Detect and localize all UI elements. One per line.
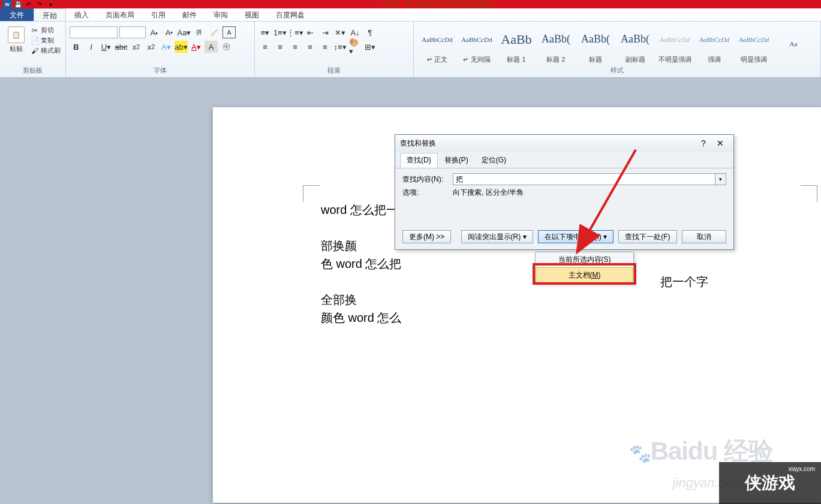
tab-mailings[interactable]: 邮件 (174, 8, 205, 21)
tab-view[interactable]: 视图 (236, 8, 267, 21)
grow-font-button[interactable]: A▴ (148, 26, 161, 38)
dialog-buttons: 更多(M) >> 阅读突出显示(R) ▾ 在以下项中查找(I) ▾ 查找下一处(… (402, 199, 726, 243)
line-spacing-button[interactable]: ↕≡▾ (333, 41, 347, 53)
justify-button[interactable]: ≡ (303, 41, 317, 53)
watermark-baidu-text: Baidu 经验 (651, 437, 773, 465)
shading-button[interactable]: 🎨▾ (348, 41, 362, 53)
fmtpainter-label: 格式刷 (41, 46, 61, 55)
style-preview: AaBbCcDd (699, 23, 729, 55)
style-item[interactable]: AaBbCcDd明显强调 (734, 23, 774, 65)
superscript-button[interactable]: x2 (145, 41, 158, 53)
paste-button[interactable]: 📋 粘贴 (4, 23, 29, 53)
font-color-button[interactable]: A▾ (190, 41, 203, 53)
font-family-select[interactable] (70, 26, 118, 38)
cut-label: 剪切 (41, 26, 54, 35)
cancel-button[interactable]: 取消 (682, 230, 726, 243)
asian-layout-button[interactable]: ✕▾ (333, 26, 347, 38)
subscript-button[interactable]: x2 (130, 41, 143, 53)
margin-corner-tl (303, 185, 320, 202)
tab-goto[interactable]: 定位(G) (475, 153, 513, 168)
find-history-dropdown[interactable]: ▾ (715, 173, 726, 185)
group-clipboard-label: 剪贴板 (4, 66, 62, 76)
tab-references[interactable]: 引用 (143, 8, 174, 21)
style-name: ↵ 正文 (427, 55, 447, 64)
style-preview: AaBb( (542, 23, 570, 55)
font-size-select[interactable] (119, 26, 146, 38)
highlight-button[interactable]: ab▾ (175, 41, 188, 53)
style-item[interactable]: AaBb(标题 (576, 23, 615, 65)
style-item[interactable]: Aa (774, 23, 813, 65)
find-in-button[interactable]: 在以下项中查找(I) ▾ (538, 230, 614, 243)
phonetic-button[interactable]: 拼 (193, 26, 206, 38)
find-input[interactable] (453, 173, 715, 185)
bullets-button[interactable]: ≡▾ (258, 26, 272, 38)
italic-button[interactable]: I (85, 41, 98, 53)
char-shading-button[interactable]: A (205, 41, 218, 53)
borders-button[interactable]: ⊞▾ (363, 41, 377, 53)
numbering-button[interactable]: 1≡▾ (273, 26, 287, 38)
enclose-char-button[interactable]: ㊥ (219, 41, 233, 53)
reading-highlight-button[interactable]: 阅读突出显示(R) ▾ (461, 230, 533, 243)
find-in-dropdown: 当前所选内容(S) 主文档(M) (535, 252, 634, 284)
more-button[interactable]: 更多(M) >> (402, 230, 451, 243)
menu-main-document[interactable]: 主文档(M) (536, 267, 633, 283)
show-marks-button[interactable]: ¶ (363, 26, 377, 38)
style-item[interactable]: AaBbCcDd↵ 正文 (417, 23, 457, 65)
style-preview: Aa (790, 23, 798, 64)
align-center-button[interactable]: ≡ (273, 41, 287, 53)
bold-button[interactable]: B (70, 41, 83, 53)
change-case-button[interactable]: Aa▾ (178, 26, 191, 38)
tab-file[interactable]: 文件 (0, 8, 34, 21)
style-item[interactable]: AaBbCcDd不明显强调 (655, 23, 694, 65)
shrink-font-button[interactable]: A▾ (163, 26, 176, 38)
tab-review[interactable]: 审阅 (205, 8, 236, 21)
copy-button[interactable]: 📄复制 (29, 35, 62, 46)
style-item[interactable]: AaBbCcDd强调 (694, 23, 734, 65)
menu-current-selection[interactable]: 当前所选内容(S) (536, 252, 633, 267)
close-button[interactable]: ✕ (712, 138, 729, 148)
dec-indent-button[interactable]: ⇤ (303, 26, 317, 38)
undo-icon[interactable]: ↶ (24, 0, 34, 8)
brush-icon: 🖌 (30, 47, 40, 55)
align-right-button[interactable]: ≡ (288, 41, 302, 53)
menu-main-doc-text: 主文档(M) (569, 271, 601, 279)
format-painter-button[interactable]: 🖌格式刷 (29, 46, 62, 56)
tab-home[interactable]: 开始 (34, 8, 66, 21)
tab-find[interactable]: 查找(D) (400, 153, 438, 168)
char-border-button[interactable]: A (222, 26, 236, 38)
cut-button[interactable]: ✂剪切 (29, 25, 62, 35)
tab-layout[interactable]: 页面布局 (97, 8, 143, 21)
tab-replace[interactable]: 替换(P) (438, 153, 475, 168)
distribute-button[interactable]: ≡ (318, 41, 332, 53)
group-clipboard: 📋 粘贴 ✂剪切 📄复制 🖌格式刷 剪贴板 (0, 22, 66, 77)
style-name: 副标题 (625, 55, 645, 64)
ribbon: 📋 粘贴 ✂剪切 📄复制 🖌格式刷 剪贴板 A▴ A▾ Aa▾ 拼 🧹 A (0, 22, 821, 78)
underline-button[interactable]: U▾ (100, 41, 113, 53)
clear-format-button[interactable]: 🧹 (207, 26, 221, 38)
style-name: 标题 1 (507, 55, 525, 64)
group-font-label: 字体 (70, 66, 251, 76)
doc-line: 把一个字全部换 (321, 275, 708, 306)
align-left-button[interactable]: ≡ (258, 41, 272, 53)
sort-button[interactable]: A↓ (348, 26, 362, 38)
style-item[interactable]: AaBbCcDd↵ 无间隔 (457, 23, 497, 65)
group-styles: AaBbCcDd↵ 正文AaBbCcDd↵ 无间隔AaBb标题 1AaBb(标题… (414, 22, 821, 77)
qat-more-icon[interactable]: ▾ (46, 0, 55, 8)
tab-insert[interactable]: 插入 (66, 8, 97, 21)
save-icon[interactable]: 💾 (13, 0, 23, 8)
dialog-titlebar[interactable]: 查找和替换 ? ✕ (395, 135, 733, 152)
help-button[interactable]: ? (695, 138, 712, 148)
style-item[interactable]: AaBb(副标题 (615, 23, 655, 65)
tab-baidu[interactable]: 百度网盘 (267, 8, 313, 21)
style-name: 标题 (589, 55, 602, 64)
find-next-button[interactable]: 查找下一处(F) (618, 230, 676, 243)
strike-button[interactable]: abc (115, 41, 128, 53)
watermark-site: xiayx.com 侠游戏 (719, 462, 821, 504)
redo-icon[interactable]: ↷ (35, 0, 44, 8)
inc-indent-button[interactable]: ⇥ (318, 26, 332, 38)
style-item[interactable]: AaBb(标题 2 (536, 23, 576, 65)
text-effects-button[interactable]: A▾ (160, 41, 173, 53)
style-item[interactable]: AaBb标题 1 (497, 23, 536, 65)
multilevel-button[interactable]: ⋮≡▾ (288, 26, 302, 38)
styles-gallery[interactable]: AaBbCcDd↵ 正文AaBbCcDd↵ 无间隔AaBb标题 1AaBb(标题… (417, 23, 813, 65)
